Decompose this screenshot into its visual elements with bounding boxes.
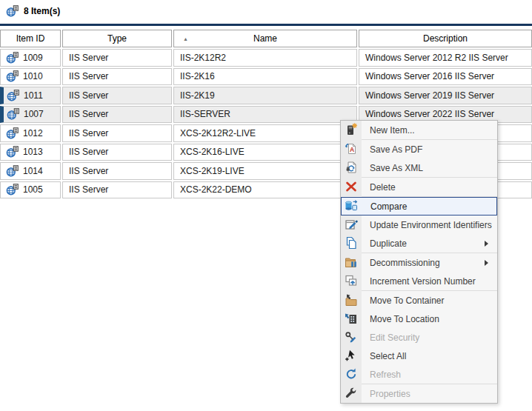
table-row[interactable]: 1011IIS ServerIIS-2K19Windows Server 201… bbox=[0, 87, 532, 104]
menu-item-label: New Item... bbox=[370, 125, 415, 136]
update-environment-icon bbox=[345, 218, 358, 231]
header-divider bbox=[0, 24, 532, 26]
cell-text: 1012 bbox=[23, 128, 43, 138]
menu-item-select-all[interactable]: Select All bbox=[341, 347, 497, 365]
cell-item-id[interactable]: 1014 bbox=[0, 162, 61, 180]
cell-name[interactable]: IIS-2K16 bbox=[173, 68, 357, 86]
cell-name[interactable]: IIS-SERVER bbox=[173, 106, 357, 124]
cell-text: IIS-SERVER bbox=[180, 109, 230, 119]
cell-item-id[interactable]: 1012 bbox=[0, 124, 61, 142]
menu-item-edit-security[interactable]: Edit Security bbox=[341, 328, 497, 347]
menu-items: New Item...ASave As PDFSave As XMLDelete… bbox=[341, 121, 497, 403]
menu-item-decommissioning[interactable]: Decommissioning bbox=[341, 253, 497, 272]
cell-text: IIS Server bbox=[69, 90, 108, 101]
menu-item-update-environment-identifiers[interactable]: Update Environment Identifiers bbox=[341, 215, 497, 234]
globe-server-icon bbox=[6, 184, 19, 196]
menu-item-refresh[interactable]: Refresh bbox=[341, 365, 497, 384]
cell-item-id[interactable]: 1009 bbox=[0, 49, 61, 67]
menu-item-label: Increment Version Number bbox=[370, 276, 476, 287]
column-header-type[interactable]: Type bbox=[62, 30, 172, 47]
menu-item-label: Compare bbox=[370, 201, 407, 212]
cell-item-id[interactable]: 1011 bbox=[0, 87, 61, 104]
cell-item-id[interactable]: 1010 bbox=[0, 68, 61, 86]
menu-item-label: Duplicate bbox=[370, 238, 407, 249]
menu-item-label: Select All bbox=[370, 351, 406, 361]
cell-text: 1013 bbox=[23, 147, 43, 157]
cell-text: 1011 bbox=[24, 90, 43, 101]
cell-name[interactable]: IIS-2K12R2 bbox=[173, 49, 357, 67]
cell-type[interactable]: IIS Server bbox=[62, 49, 172, 67]
cell-text: XCS-2K19-LIVE bbox=[180, 166, 245, 176]
menu-item-save-as-xml[interactable]: Save As XML bbox=[341, 158, 497, 177]
cell-text: 1010 bbox=[23, 71, 43, 81]
table-header-row: Item IDType▲NameDescription bbox=[0, 30, 532, 47]
globe-server-icon bbox=[6, 52, 19, 64]
cell-type[interactable]: IIS Server bbox=[62, 68, 172, 86]
cell-text: IIS-2K19 bbox=[180, 90, 215, 101]
cell-text: IIS-2K16 bbox=[180, 71, 215, 81]
cell-type[interactable]: IIS Server bbox=[62, 162, 172, 180]
cell-item-id[interactable]: 1013 bbox=[0, 144, 61, 161]
menu-item-properties[interactable]: Properties bbox=[341, 384, 497, 403]
menu-item-new-item[interactable]: New Item... bbox=[341, 121, 497, 139]
menu-item-label: Delete bbox=[370, 182, 396, 193]
edit-security-icon bbox=[345, 330, 358, 344]
cell-name[interactable]: IIS-2K19 bbox=[173, 87, 357, 104]
cell-type[interactable]: IIS Server bbox=[62, 124, 172, 142]
cell-text: IIS Server bbox=[69, 166, 108, 176]
submenu-arrow-icon bbox=[485, 241, 488, 247]
column-header-description[interactable]: Description bbox=[359, 30, 532, 47]
cell-text: Windows Server 2012 R2 IIS Server bbox=[365, 53, 508, 63]
move-to-container-icon bbox=[345, 293, 358, 307]
move-to-location-icon bbox=[345, 312, 358, 325]
cell-type[interactable]: IIS Server bbox=[62, 106, 172, 124]
cell-text: 1014 bbox=[23, 166, 43, 176]
cell-text: IIS Server bbox=[69, 147, 108, 157]
menu-item-label: Save As PDF bbox=[370, 144, 422, 155]
cell-description[interactable]: Windows Server 2019 IIS Server bbox=[359, 87, 532, 104]
column-header-label: Description bbox=[423, 33, 468, 44]
menu-item-compare[interactable]: Compare bbox=[341, 197, 497, 215]
column-header-name[interactable]: ▲Name bbox=[173, 30, 357, 47]
select-all-icon bbox=[345, 349, 358, 362]
cell-type[interactable]: IIS Server bbox=[62, 87, 172, 104]
cell-description[interactable]: Windows Server 2016 IIS Server bbox=[359, 68, 532, 86]
menu-item-increment-version-number[interactable]: Increment Version Number bbox=[341, 272, 497, 290]
table-row[interactable]: 1010IIS ServerIIS-2K16Windows Server 201… bbox=[0, 68, 532, 86]
cell-name[interactable]: XCS-2K12R2-LIVE bbox=[173, 124, 357, 142]
menu-item-move-to-container[interactable]: Move To Container bbox=[341, 291, 497, 310]
cell-description[interactable]: Windows Server 2012 R2 IIS Server bbox=[359, 49, 532, 67]
cell-item-id[interactable]: 1007 bbox=[0, 106, 61, 124]
cell-name[interactable]: XCS-2K19-LIVE bbox=[173, 162, 357, 180]
submenu-arrow-icon bbox=[485, 260, 488, 266]
cell-text: Windows Server 2019 IIS Server bbox=[365, 90, 494, 101]
menu-item-save-as-pdf[interactable]: ASave As PDF bbox=[341, 140, 497, 158]
cell-text: 1005 bbox=[23, 184, 43, 195]
cell-text: Windows Server 2022 IIS Server bbox=[365, 109, 494, 119]
menu-item-label: Save As XML bbox=[370, 163, 423, 173]
increment-version-icon bbox=[345, 274, 358, 287]
cell-text: XCS-2K12R2-LIVE bbox=[180, 128, 256, 138]
cell-text: IIS Server bbox=[69, 184, 108, 195]
cell-name[interactable]: XCS-2K22-DEMO bbox=[173, 181, 357, 199]
globe-server-icon bbox=[6, 165, 19, 177]
menu-item-move-to-location[interactable]: Move To Location bbox=[341, 310, 497, 328]
column-header-item-id[interactable]: Item ID bbox=[0, 30, 61, 47]
cell-type[interactable]: IIS Server bbox=[62, 181, 172, 199]
menu-item-duplicate[interactable]: Duplicate bbox=[341, 234, 497, 253]
table-row[interactable]: 1009IIS ServerIIS-2K12R2Windows Server 2… bbox=[0, 49, 532, 67]
cell-text: XCS-2K16-LIVE bbox=[180, 147, 245, 157]
cell-text: 1009 bbox=[23, 53, 43, 63]
menu-item-label: Move To Container bbox=[370, 295, 445, 306]
cell-item-id[interactable]: 1005 bbox=[0, 181, 61, 199]
cell-type[interactable]: IIS Server bbox=[62, 144, 172, 161]
cell-text: IIS Server bbox=[69, 109, 108, 119]
cell-text: IIS-2K12R2 bbox=[180, 53, 226, 63]
menu-item-label: Decommissioning bbox=[370, 258, 440, 268]
cell-text: IIS Server bbox=[69, 128, 108, 138]
cell-name[interactable]: XCS-2K16-LIVE bbox=[173, 144, 357, 161]
save-as-xml-icon bbox=[345, 161, 358, 174]
cell-text: IIS Server bbox=[69, 71, 108, 81]
menu-item-delete[interactable]: Delete bbox=[341, 178, 497, 196]
globe-server-icon bbox=[6, 146, 19, 158]
